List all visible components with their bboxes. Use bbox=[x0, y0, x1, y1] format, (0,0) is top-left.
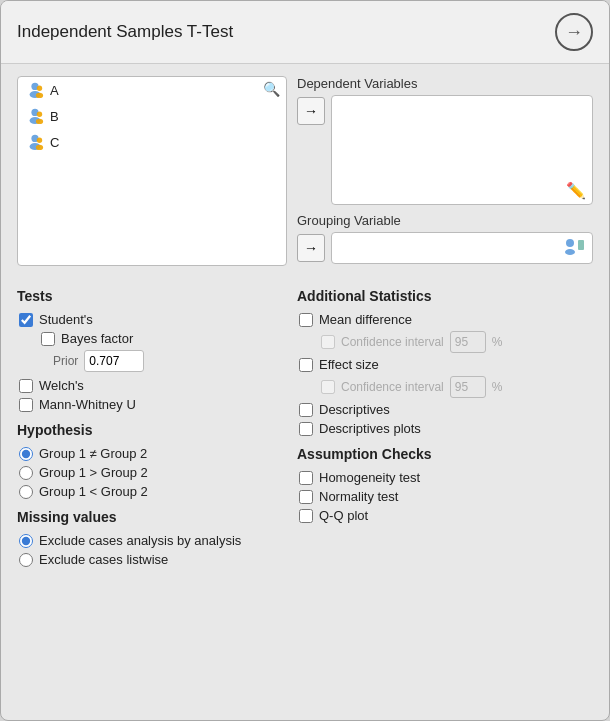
left-options: Tests Student's Bayes factor Prior Welch… bbox=[17, 278, 287, 571]
students-label[interactable]: Student's bbox=[39, 312, 93, 327]
search-button[interactable]: 🔍 bbox=[263, 81, 280, 97]
grouping-variable-section: Grouping Variable → bbox=[297, 213, 593, 264]
effect-size-label[interactable]: Effect size bbox=[319, 357, 379, 372]
svg-point-2 bbox=[37, 86, 42, 91]
welchs-label[interactable]: Welch's bbox=[39, 378, 84, 393]
welchs-row: Welch's bbox=[17, 378, 287, 393]
descriptives-plots-checkbox[interactable] bbox=[299, 422, 313, 436]
svg-rect-14 bbox=[578, 240, 584, 250]
svg-point-3 bbox=[36, 93, 43, 98]
main-content: 🔍 A B bbox=[1, 64, 609, 278]
hypothesis-h3-radio[interactable] bbox=[19, 485, 33, 499]
normality-label[interactable]: Normality test bbox=[319, 489, 398, 504]
list-item[interactable]: C bbox=[18, 129, 286, 155]
ci2-input bbox=[450, 376, 486, 398]
descriptives-row: Descriptives bbox=[297, 402, 593, 417]
students-row: Student's bbox=[17, 312, 287, 327]
tests-title: Tests bbox=[17, 288, 287, 304]
mean-difference-checkbox[interactable] bbox=[299, 313, 313, 327]
mann-whitney-checkbox[interactable] bbox=[19, 398, 33, 412]
ci1-label: Confidence interval bbox=[341, 335, 444, 349]
hypothesis-h2-row: Group 1 > Group 2 bbox=[17, 465, 287, 480]
homogeneity-label[interactable]: Homogeneity test bbox=[319, 470, 420, 485]
dialog: Independent Samples T-Test → 🔍 A bbox=[0, 0, 610, 721]
assumption-checks-title: Assumption Checks bbox=[297, 446, 593, 462]
qq-plot-label[interactable]: Q-Q plot bbox=[319, 508, 368, 523]
missing-listwise-label[interactable]: Exclude cases listwise bbox=[39, 552, 168, 567]
var-label-a: A bbox=[50, 83, 59, 98]
effect-size-checkbox[interactable] bbox=[299, 358, 313, 372]
homogeneity-row: Homogeneity test bbox=[297, 470, 593, 485]
descriptives-label[interactable]: Descriptives bbox=[319, 402, 390, 417]
descriptives-checkbox[interactable] bbox=[299, 403, 313, 417]
ci1-percent: % bbox=[492, 335, 503, 349]
grouping-variable-drop[interactable] bbox=[331, 232, 593, 264]
hypothesis-h3-label[interactable]: Group 1 < Group 2 bbox=[39, 484, 148, 499]
hypothesis-h1-label[interactable]: Group 1 ≠ Group 2 bbox=[39, 446, 147, 461]
hypothesis-h1-row: Group 1 ≠ Group 2 bbox=[17, 446, 287, 461]
ci2-row: Confidence interval % bbox=[297, 376, 593, 398]
list-item[interactable]: A bbox=[18, 77, 286, 103]
svg-point-7 bbox=[36, 119, 43, 124]
svg-point-10 bbox=[37, 138, 42, 143]
variable-list: 🔍 A B bbox=[17, 76, 287, 266]
variable-icon-c bbox=[26, 133, 44, 151]
dependent-variables-section: Dependent Variables → ✏️ bbox=[297, 76, 593, 205]
list-item[interactable]: B bbox=[18, 103, 286, 129]
effect-size-row: Effect size bbox=[297, 357, 593, 372]
grouping-variable-label: Grouping Variable bbox=[297, 213, 593, 228]
qq-plot-checkbox[interactable] bbox=[299, 509, 313, 523]
normality-checkbox[interactable] bbox=[299, 490, 313, 504]
bayes-factor-label[interactable]: Bayes factor bbox=[61, 331, 133, 346]
students-checkbox[interactable] bbox=[19, 313, 33, 327]
hypothesis-title: Hypothesis bbox=[17, 422, 287, 438]
grouping-variable-row: → bbox=[297, 232, 593, 264]
dialog-title: Independent Samples T-Test bbox=[17, 22, 233, 42]
prior-row: Prior bbox=[17, 350, 287, 372]
ci2-label: Confidence interval bbox=[341, 380, 444, 394]
normality-row: Normality test bbox=[297, 489, 593, 504]
variable-icon-b bbox=[26, 107, 44, 125]
ci1-row: Confidence interval % bbox=[297, 331, 593, 353]
missing-analysis-radio[interactable] bbox=[19, 534, 33, 548]
hypothesis-h2-label[interactable]: Group 1 > Group 2 bbox=[39, 465, 148, 480]
mann-whitney-label[interactable]: Mann-Whitney U bbox=[39, 397, 136, 412]
bayes-factor-row: Bayes factor bbox=[17, 331, 287, 346]
bottom-content: Tests Student's Bayes factor Prior Welch… bbox=[1, 278, 609, 587]
missing-listwise-radio[interactable] bbox=[19, 553, 33, 567]
var-label-c: C bbox=[50, 135, 59, 150]
mann-whitney-row: Mann-Whitney U bbox=[17, 397, 287, 412]
hypothesis-h2-radio[interactable] bbox=[19, 466, 33, 480]
mean-difference-label[interactable]: Mean difference bbox=[319, 312, 412, 327]
bayes-factor-checkbox[interactable] bbox=[41, 332, 55, 346]
mean-difference-row: Mean difference bbox=[297, 312, 593, 327]
hypothesis-h1-radio[interactable] bbox=[19, 447, 33, 461]
prior-label: Prior bbox=[53, 354, 78, 368]
go-button[interactable]: → bbox=[555, 13, 593, 51]
welchs-checkbox[interactable] bbox=[19, 379, 33, 393]
missing-listwise-row: Exclude cases listwise bbox=[17, 552, 287, 567]
move-to-dependent-button[interactable]: → bbox=[297, 97, 325, 125]
move-to-grouping-button[interactable]: → bbox=[297, 234, 325, 262]
homogeneity-checkbox[interactable] bbox=[299, 471, 313, 485]
descriptives-plots-row: Descriptives plots bbox=[297, 421, 593, 436]
dependent-variables-drop[interactable]: ✏️ bbox=[331, 95, 593, 205]
svg-point-12 bbox=[566, 239, 574, 247]
variable-icon-a bbox=[26, 81, 44, 99]
pencil-icon: ✏️ bbox=[566, 181, 586, 200]
svg-point-13 bbox=[565, 249, 575, 255]
title-bar: Independent Samples T-Test → bbox=[1, 1, 609, 64]
group-variable-icon bbox=[562, 236, 586, 260]
ci2-checkbox[interactable] bbox=[321, 380, 335, 394]
right-options: Additional Statistics Mean difference Co… bbox=[297, 278, 593, 571]
prior-input[interactable] bbox=[84, 350, 144, 372]
missing-analysis-row: Exclude cases analysis by analysis bbox=[17, 533, 287, 548]
descriptives-plots-label[interactable]: Descriptives plots bbox=[319, 421, 421, 436]
hypothesis-h3-row: Group 1 < Group 2 bbox=[17, 484, 287, 499]
svg-point-6 bbox=[37, 112, 42, 117]
ci1-checkbox[interactable] bbox=[321, 335, 335, 349]
additional-statistics-title: Additional Statistics bbox=[297, 288, 593, 304]
svg-point-11 bbox=[36, 145, 43, 150]
right-panel: Dependent Variables → ✏️ Grouping Variab… bbox=[297, 76, 593, 266]
missing-analysis-label[interactable]: Exclude cases analysis by analysis bbox=[39, 533, 241, 548]
